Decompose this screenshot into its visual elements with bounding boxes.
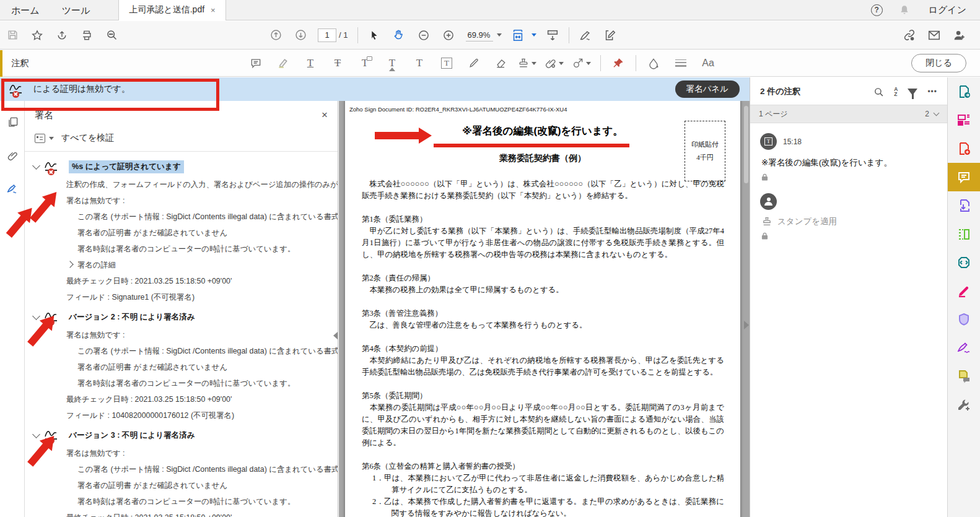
comment-item-1[interactable]: T 15:18 ※署名後の編集(改竄)を行います。 bbox=[750, 123, 947, 183]
strikethrough-text-icon[interactable]: T bbox=[324, 53, 351, 73]
lock-icon bbox=[761, 232, 937, 240]
highlighter-icon[interactable] bbox=[269, 53, 297, 73]
signature-options-icon[interactable] bbox=[35, 134, 45, 143]
comment-item-2[interactable]: スタンプを適用 bbox=[750, 183, 947, 242]
annotation-toolbar: 注釈 T T T T T T bbox=[0, 50, 980, 77]
eraser-icon[interactable] bbox=[488, 53, 515, 73]
comments-options-icon[interactable]: ••• bbox=[927, 87, 937, 96]
contract-line: 第3条（善管注意義務） bbox=[362, 308, 724, 319]
validate-all-button[interactable]: すべてを検証 bbox=[61, 133, 114, 144]
signatures-panel-icon[interactable] bbox=[0, 176, 25, 201]
collapse-chevron-icon[interactable] bbox=[32, 162, 40, 170]
menu-home[interactable]: ホーム bbox=[0, 0, 51, 20]
star-icon[interactable] bbox=[25, 25, 50, 46]
document-view[interactable]: Zoho Sign Document ID: RO2ER4_RKR3XVI-LJ… bbox=[339, 101, 750, 517]
red-rectangle-annotation bbox=[1, 79, 219, 111]
document-tab[interactable]: 上司承認と送信.pdf × bbox=[118, 0, 225, 20]
collapse-chevron-icon[interactable] bbox=[32, 430, 40, 438]
search-zoom-icon[interactable] bbox=[99, 25, 124, 46]
menu-tools[interactable]: ツール bbox=[51, 0, 102, 20]
pencil-icon[interactable] bbox=[460, 53, 488, 73]
fill-highlight-icon[interactable] bbox=[948, 277, 980, 305]
select-tool-icon[interactable] bbox=[362, 25, 387, 46]
tab-title: 上司承認と送信.pdf bbox=[129, 4, 204, 15]
organize-pages-icon[interactable] bbox=[948, 106, 980, 134]
contract-line: 本契約締結にあたり甲及び乙は、それぞれの納税地を所轄する税務署長から、甲は乙を委… bbox=[362, 355, 724, 378]
signature-options-caret-icon[interactable] bbox=[49, 137, 54, 140]
export-pdf-icon[interactable] bbox=[948, 77, 980, 106]
save-icon[interactable] bbox=[0, 25, 25, 46]
text-properties-icon[interactable]: Aa bbox=[694, 53, 722, 73]
main-toolbar: / 1 69.9% bbox=[0, 21, 980, 50]
collapse-chevron-icon[interactable] bbox=[32, 312, 40, 320]
drawing-shapes-icon[interactable] bbox=[569, 53, 597, 73]
notifications-bell-icon[interactable] bbox=[899, 4, 910, 15]
signature-entry-title[interactable]: %s によって証明されています bbox=[69, 160, 184, 173]
page-display-icon[interactable] bbox=[540, 25, 565, 46]
keep-tool-pin-icon[interactable] bbox=[605, 53, 632, 73]
contract-line: 第4条（本契約の前提） bbox=[362, 343, 724, 355]
apply-stamp-label[interactable]: スタンプを適用 bbox=[777, 216, 837, 227]
expand-panel-arrow-icon[interactable] bbox=[744, 321, 749, 329]
previous-page-icon[interactable] bbox=[263, 25, 288, 46]
ink-color-icon[interactable] bbox=[640, 53, 667, 73]
email-icon[interactable] bbox=[922, 25, 947, 46]
contract-line: 2．乙は、本業務で作成した購入者誓約書を甲に返還する。また甲の求めがあるときは、… bbox=[362, 496, 724, 517]
fit-width-icon[interactable] bbox=[505, 25, 530, 46]
compress-pdf-icon[interactable] bbox=[948, 248, 980, 277]
create-pdf-icon[interactable] bbox=[948, 134, 980, 163]
attachments-icon[interactable] bbox=[0, 143, 25, 168]
insert-text-icon[interactable]: T bbox=[378, 53, 406, 73]
zoom-level-value[interactable]: 69.9% bbox=[466, 29, 493, 41]
zoom-dropdown-caret-icon[interactable] bbox=[497, 33, 502, 37]
signature-entry-title[interactable]: バージョン 2 : 不明 により署名済み bbox=[69, 312, 195, 323]
comments-count-title: 2 件の注釈 bbox=[760, 86, 801, 97]
certificates-icon[interactable] bbox=[948, 334, 980, 362]
filter-comments-icon[interactable] bbox=[908, 89, 917, 95]
comment-tool-icon[interactable] bbox=[948, 163, 980, 191]
attach-file-icon[interactable] bbox=[542, 53, 569, 73]
underline-text-icon[interactable]: T bbox=[297, 53, 324, 73]
add-person-icon[interactable] bbox=[947, 25, 971, 46]
page-group-header[interactable]: 1 ページ 2 bbox=[750, 105, 947, 123]
fill-sign-icon[interactable] bbox=[573, 25, 598, 46]
signature-panel-button[interactable]: 署名パネル bbox=[675, 80, 740, 98]
hand-tool-icon[interactable] bbox=[387, 25, 411, 46]
signature-entry-title[interactable]: バージョン 3 : 不明 により署名済み bbox=[69, 430, 195, 441]
text-box-icon[interactable]: T bbox=[433, 53, 460, 73]
page-thumbnails-icon[interactable] bbox=[0, 110, 25, 134]
share-link-icon[interactable] bbox=[897, 25, 922, 46]
login-button[interactable]: ログイン bbox=[929, 4, 966, 16]
sticky-note-icon[interactable] bbox=[242, 53, 269, 73]
edit-pdf-icon[interactable] bbox=[948, 220, 980, 248]
zoom-in-icon[interactable] bbox=[436, 25, 461, 46]
share-upload-icon[interactable] bbox=[50, 25, 74, 46]
more-tools-icon[interactable] bbox=[948, 391, 980, 419]
page-number-input[interactable] bbox=[318, 28, 336, 42]
signature-panel-close-icon[interactable]: × bbox=[322, 109, 328, 121]
replace-text-icon[interactable]: T bbox=[351, 53, 378, 73]
signature-entry-2: バージョン 2 : 不明 により署名済み 署名は無効です :この署名 (サポート… bbox=[25, 311, 338, 420]
stamp-tool-icon[interactable] bbox=[515, 53, 542, 73]
signature-invalid-icon bbox=[44, 160, 61, 173]
send-for-comments-icon[interactable] bbox=[948, 362, 980, 391]
sort-comments-icon[interactable]: AZ bbox=[894, 87, 898, 97]
line-weight-icon[interactable] bbox=[667, 53, 694, 73]
protect-pdf-icon[interactable] bbox=[948, 305, 980, 334]
edit-pdf-icon[interactable] bbox=[598, 25, 623, 46]
close-annotation-button[interactable]: 閉じる bbox=[911, 54, 966, 72]
help-icon[interactable]: ? bbox=[871, 4, 883, 16]
document-scrollbar-thumb[interactable] bbox=[744, 106, 748, 183]
add-text-icon[interactable]: T bbox=[406, 53, 433, 73]
signature-entry-1: %s によって証明されています 注釈の作成、フォームフィールドの入力、署名および… bbox=[25, 160, 338, 302]
signature-detail-line: フィールド : Signature1 (不可視署名) bbox=[66, 292, 338, 302]
search-comments-icon[interactable] bbox=[873, 87, 884, 97]
zoom-out-icon[interactable] bbox=[411, 25, 436, 46]
collapse-panel-arrow-icon[interactable] bbox=[333, 331, 338, 340]
group-collapse-chevron-icon[interactable] bbox=[934, 110, 940, 116]
print-icon[interactable] bbox=[74, 25, 99, 46]
next-page-icon[interactable] bbox=[288, 25, 313, 46]
combine-files-icon[interactable] bbox=[948, 191, 980, 220]
fit-width-caret-icon[interactable] bbox=[532, 33, 536, 37]
tab-close-icon[interactable]: × bbox=[211, 6, 216, 15]
